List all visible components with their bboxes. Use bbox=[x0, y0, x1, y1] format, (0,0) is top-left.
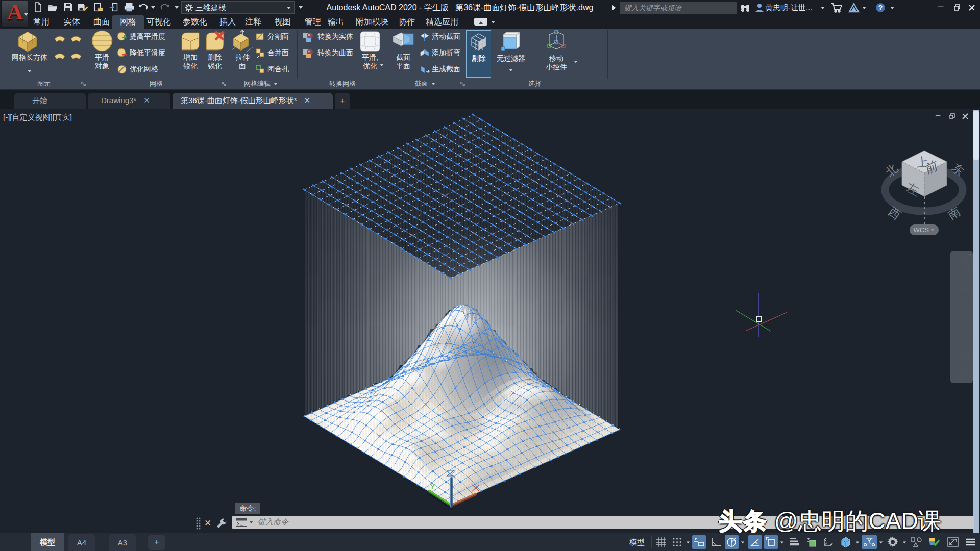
svg-text:?: ? bbox=[878, 4, 883, 12]
